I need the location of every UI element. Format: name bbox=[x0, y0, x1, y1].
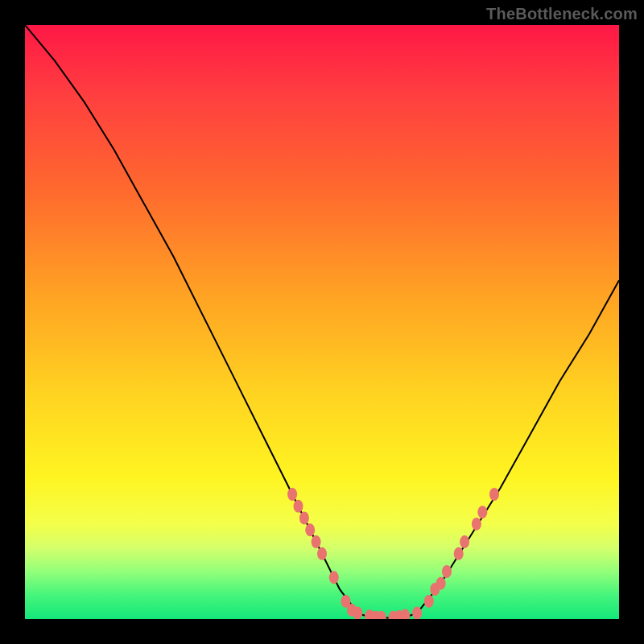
watermark-text: TheBottleneck.com bbox=[486, 5, 638, 23]
plot-area bbox=[25, 25, 619, 619]
chart-frame: TheBottleneck.com bbox=[0, 0, 644, 644]
